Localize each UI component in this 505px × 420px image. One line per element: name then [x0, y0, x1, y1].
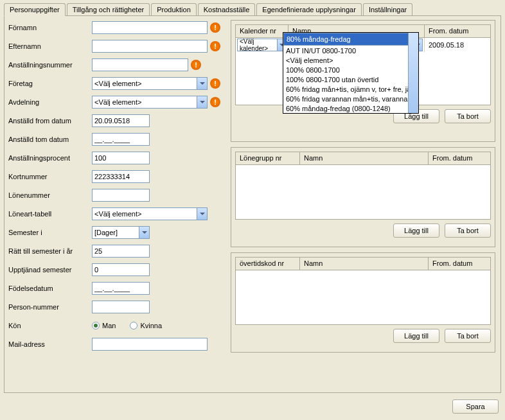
warn-icon: ! — [210, 97, 220, 107]
chevron-down-icon — [197, 208, 207, 220]
ta-bort-button[interactable]: Ta bort — [445, 223, 491, 238]
loneart-label: Löneart-tabell — [8, 210, 92, 218]
ta-bort-button[interactable]: Ta bort — [445, 329, 491, 343]
lagg-till-button[interactable]: Lägg till — [393, 223, 439, 238]
upptj-input[interactable] — [92, 263, 150, 276]
overtidskod-panel: övertidskod nr Namn From. datum Lägg til… — [231, 252, 495, 353]
spara-button[interactable]: Spara — [452, 399, 499, 414]
kalender-from-value: 2009.05.18 — [429, 41, 464, 49]
ratt-label: Rätt till semester i år — [8, 247, 92, 255]
col-from-datum[interactable]: From. datum — [425, 25, 490, 37]
lonenr-label: Lönenummer — [8, 191, 92, 199]
personnr-input[interactable] — [92, 301, 150, 313]
col-from-datum[interactable]: From. datum — [429, 152, 490, 164]
chevron-down-icon — [197, 96, 207, 108]
foretag-label: Företag — [8, 80, 92, 87]
dropdown-item[interactable]: 60% fridag mån+tis, ojämn v, tor+ fre, j… — [283, 84, 418, 94]
fodelse-label: Födelsedatum — [8, 284, 92, 292]
dropdown-item[interactable]: 100% 0800-1700 utan övertid — [283, 74, 418, 84]
warn-icon: ! — [191, 60, 201, 70]
warn-icon: ! — [210, 78, 220, 89]
radio-man[interactable]: Man — [92, 322, 116, 329]
lagg-till-button[interactable]: Lägg till — [393, 329, 439, 343]
lonegrupp-grid: Lönegrupp nr Namn From. datum — [235, 152, 491, 220]
dropdown-item[interactable]: 100% 0800-1700 — [283, 65, 418, 74]
efternamn-input[interactable] — [92, 40, 208, 53]
dropdown-item[interactable]: AUT IN/UT 0800-1700 — [283, 46, 418, 55]
kortnr-input[interactable] — [92, 170, 150, 183]
dropdown-item[interactable]: <Välj element> — [283, 55, 418, 65]
semester-select[interactable]: [Dager] — [92, 226, 150, 239]
procent-input[interactable] — [92, 152, 150, 164]
fornamn-input[interactable] — [92, 21, 208, 34]
fornamn-label: Förnamn — [8, 24, 92, 31]
loneart-select[interactable]: <Välj element> — [92, 207, 208, 220]
lonenr-input[interactable] — [92, 189, 150, 202]
tab-installningar[interactable]: Inställningar — [363, 3, 412, 16]
anstnr-label: Anställningsnummer — [8, 61, 92, 69]
avdelning-value: <Välj element> — [94, 98, 141, 106]
procent-label: Anställningsprocent — [8, 154, 92, 162]
semester-label: Semester i — [8, 229, 92, 236]
kalender-nr-value: <Välj kalender> — [240, 38, 277, 52]
mail-label: Mail-adress — [8, 340, 92, 348]
dropdown-item[interactable]: 60% måndag-fredag (0800-1248) — [283, 103, 418, 113]
radio-icon — [130, 322, 137, 329]
lonegrupp-panel: Lönegrupp nr Namn From. datum Lägg till … — [231, 147, 495, 247]
tab-tillgang[interactable]: Tillgång och rättigheter — [67, 3, 150, 16]
semester-value: [Dager] — [94, 229, 118, 236]
dropdown-item[interactable]: 80% måndag-fredag — [283, 33, 418, 46]
dropdown-item[interactable]: 60% fridag varannan mån+tis, varannan to — [283, 94, 418, 103]
kalender-nr-select[interactable]: <Välj kalender> — [237, 39, 287, 51]
anstfrom-input[interactable] — [92, 114, 150, 127]
radio-kvinna-label: Kvinna — [140, 322, 162, 329]
ansttom-label: Anställd tom datum — [8, 136, 92, 143]
col-namn[interactable]: Namn — [300, 152, 429, 164]
foretag-select[interactable]: <Välj element> — [92, 77, 208, 90]
col-namn[interactable]: Namn — [300, 258, 429, 270]
warn-icon: ! — [210, 22, 220, 33]
overtidskod-grid: övertidskod nr Namn From. datum — [235, 257, 491, 325]
radio-icon — [92, 322, 100, 329]
avdelning-select[interactable]: <Välj element> — [92, 96, 208, 109]
chevron-down-icon — [139, 227, 149, 238]
warn-icon: ! — [210, 41, 220, 51]
loneart-value: <Välj element> — [94, 210, 141, 218]
tab-personuppgifter[interactable]: Personuppgifter — [4, 3, 66, 16]
tab-kostnadsstalle[interactable]: Kostnadsställe — [198, 3, 256, 16]
ansttom-input[interactable] — [92, 133, 150, 146]
scrollbar[interactable] — [408, 33, 418, 113]
tab-egendefinierade[interactable]: Egendefinierade upplysningar — [256, 3, 362, 16]
personnr-label: Person-nummer — [8, 303, 92, 311]
foretag-value: <Välj element> — [94, 80, 141, 87]
radio-man-label: Man — [102, 322, 116, 329]
mail-input[interactable] — [92, 338, 208, 351]
efternamn-label: Efternamn — [8, 42, 92, 50]
upptj-label: Upptjänad semester — [8, 266, 92, 274]
col-kalender-nr[interactable]: Kalender nr — [236, 25, 288, 37]
anstfrom-label: Anställd from datum — [8, 117, 92, 125]
col-overtidskod-nr[interactable]: övertidskod nr — [236, 258, 300, 270]
ratt-input[interactable] — [92, 245, 150, 258]
ta-bort-button[interactable]: Ta bort — [445, 109, 491, 123]
col-lonegrupp-nr[interactable]: Lönegrupp nr — [236, 152, 300, 164]
col-from-datum[interactable]: From. datum — [429, 258, 490, 270]
chevron-down-icon — [197, 78, 207, 89]
fodelse-input[interactable] — [92, 282, 150, 295]
kortnr-label: Kortnummer — [8, 173, 92, 180]
radio-kvinna[interactable]: Kvinna — [130, 322, 162, 329]
avdelning-label: Avdelning — [8, 98, 92, 106]
kon-label: Kön — [8, 322, 92, 329]
anstnr-input[interactable] — [92, 58, 188, 71]
kalender-namn-dropdown[interactable]: 80% måndag-fredag AUT IN/UT 0800-1700 <V… — [283, 32, 419, 114]
tab-produktion[interactable]: Produktion — [151, 3, 197, 16]
